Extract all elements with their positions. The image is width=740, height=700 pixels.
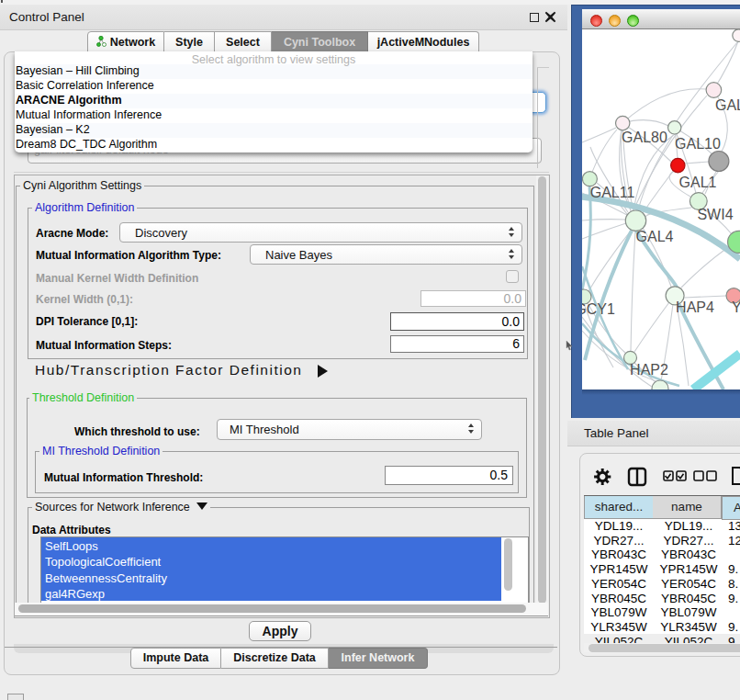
svg-text:GCY1: GCY1 [582, 301, 615, 317]
svg-text:HAP2: HAP2 [630, 362, 668, 378]
svg-text:HAP4: HAP4 [676, 299, 714, 315]
svg-text:GAL4: GAL4 [636, 229, 674, 244]
svg-text:GAL10: GAL10 [675, 136, 721, 152]
svg-text:GAL80: GAL80 [622, 130, 667, 145]
svg-text:Y: Y [732, 299, 740, 315]
svg-text:GAL11: GAL11 [590, 185, 635, 200]
svg-text:GAL: GAL [715, 97, 740, 113]
svg-text:SWI4: SWI4 [697, 207, 733, 222]
svg-text:GAL1: GAL1 [679, 175, 717, 190]
